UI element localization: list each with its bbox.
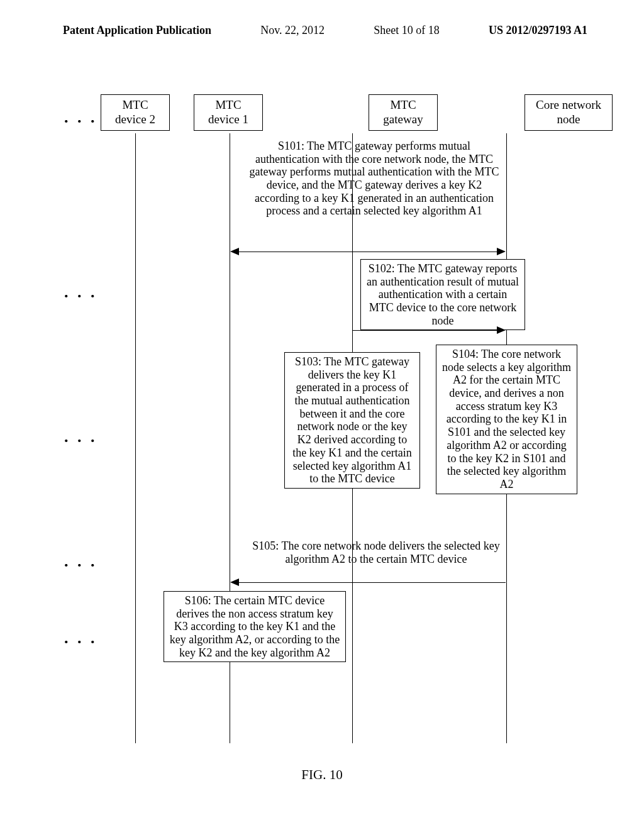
lifeline-dev2 [135, 133, 136, 743]
step-s101-text: S101: The MTC gateway performs mutual au… [248, 140, 500, 218]
pub-date: Nov. 22, 2012 [260, 24, 325, 37]
ellipsis-row-s106: . . . [64, 629, 97, 648]
pub-title: Patent Application Publication [63, 24, 211, 37]
arrow-head-s101-right [497, 248, 506, 255]
entity-mtc-device-2-label: MTCdevice 2 [115, 98, 155, 126]
ellipsis-row-s103: . . . [64, 428, 97, 446]
entity-mtc-device-2: MTCdevice 2 [101, 94, 170, 131]
step-s106-box: S106: The certain MTC device derives the… [164, 591, 346, 662]
arrow-head-s102 [497, 326, 506, 334]
arrow-s101 [233, 252, 503, 252]
entity-mtc-gateway-label: MTCgateway [383, 98, 423, 126]
entity-mtc-gateway: MTCgateway [369, 94, 438, 131]
entity-core-network-node: Core networknode [525, 94, 613, 131]
step-s103-box: S103: The MTC gateway delivers the key K… [284, 352, 420, 489]
arrow-head-s105 [230, 578, 239, 586]
entity-core-network-node-label: Core networknode [536, 98, 601, 126]
doc-number: US 2012/0297193 A1 [489, 24, 587, 37]
step-s106-text: S106: The certain MTC device derives the… [170, 594, 340, 659]
step-s102-box: S102: The MTC gateway reports an authent… [360, 259, 525, 330]
ellipsis-entities: . . . [64, 108, 97, 127]
step-s103-text: S103: The MTC gateway delivers the key K… [292, 355, 411, 485]
sequence-diagram: . . . MTCdevice 2 MTCdevice 1 MTCgateway… [50, 94, 594, 131]
entity-mtc-device-1-label: MTCdevice 1 [208, 98, 248, 126]
step-s104-text: S104: The core network node selects a ke… [442, 348, 571, 490]
arrow-s105 [232, 582, 506, 583]
ellipsis-row-s102: . . . [64, 283, 97, 302]
arrow-s102 [353, 330, 504, 331]
entity-row: MTCdevice 2 MTCdevice 1 MTCgateway Core … [101, 94, 594, 131]
step-s102-text: S102: The MTC gateway reports an authent… [367, 262, 519, 327]
arrow-head-s101-left [230, 248, 239, 255]
figure-label: FIG. 10 [0, 767, 644, 783]
ellipsis-row-s105: . . . [64, 552, 97, 571]
step-s104-box: S104: The core network node selects a ke… [436, 345, 577, 494]
sheet-label: Sheet 10 of 18 [374, 24, 439, 37]
step-s105-text: S105: The core network node delivers the… [250, 540, 502, 565]
entity-mtc-device-1: MTCdevice 1 [194, 94, 263, 131]
page-header: Patent Application Publication Nov. 22, … [0, 24, 644, 37]
